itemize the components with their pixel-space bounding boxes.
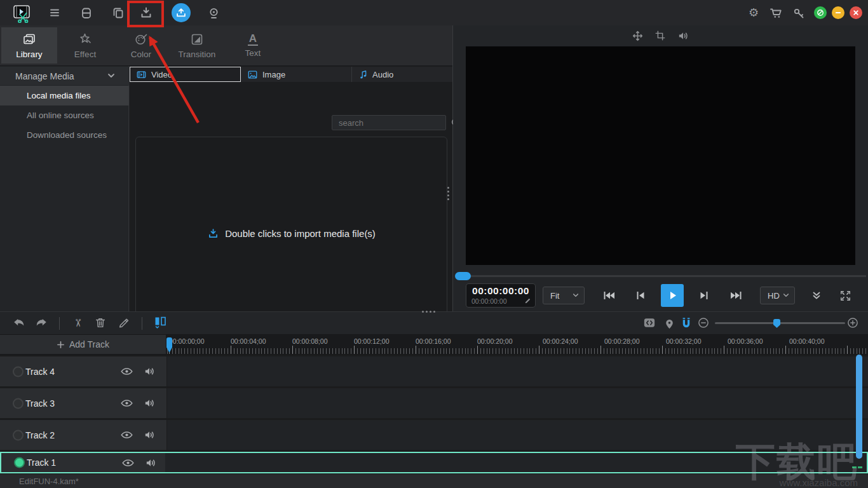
track-name: Track 2 — [25, 430, 55, 440]
next-frame-button[interactable] — [693, 284, 715, 307]
ruler-label: 00:00:04;00 — [231, 337, 266, 345]
horizontal-splitter-handle[interactable] — [422, 311, 435, 313]
chevron-down-icon — [573, 293, 579, 298]
track-lane[interactable] — [167, 388, 868, 418]
track-row-selected: Track 1 — [0, 452, 868, 473]
track-radio[interactable] — [13, 366, 24, 377]
quality-select[interactable]: HD — [760, 287, 795, 304]
redo-icon[interactable] — [34, 315, 49, 330]
sidebar-item-downloaded-sources[interactable]: Downloaded sources — [0, 125, 129, 145]
tab-library[interactable]: Library — [1, 27, 57, 64]
play-button[interactable] — [661, 284, 684, 307]
speaker-icon[interactable] — [677, 29, 689, 42]
library-panel: Library Effect Color Transition A Text M… — [0, 25, 453, 311]
settings-gear-icon[interactable]: ⚙ — [744, 3, 763, 22]
crop-icon[interactable] — [654, 29, 667, 42]
timecode-box[interactable]: 00:00:00:00 00:00:00:00 — [466, 283, 536, 308]
add-track-button[interactable]: Add Track — [0, 335, 166, 355]
eye-icon[interactable] — [119, 428, 133, 442]
timeline-area: Add Track 00:00:00;00 00:00:04;00 00:00:… — [0, 335, 868, 473]
undo-icon[interactable] — [11, 315, 27, 330]
tab-effect[interactable]: Effect — [57, 27, 113, 64]
search-input[interactable] — [332, 118, 451, 128]
track-lane[interactable] — [167, 356, 868, 386]
speaker-icon[interactable] — [142, 365, 156, 379]
export-button[interactable] — [172, 3, 191, 22]
eye-icon[interactable] — [121, 456, 135, 470]
vertical-splitter-handle[interactable] — [447, 187, 449, 200]
collapse-double-chevron-icon[interactable] — [809, 288, 824, 303]
tab-label: Library — [16, 50, 42, 59]
edit-pencil-icon[interactable] — [116, 315, 132, 330]
key-icon[interactable] — [789, 3, 808, 22]
fit-select[interactable]: Fit — [543, 287, 585, 304]
manage-media-dropdown[interactable]: Manage Media — [0, 67, 129, 85]
speaker-icon[interactable] — [144, 456, 158, 470]
zoom-slider-handle[interactable] — [773, 319, 780, 328]
track-lane[interactable] — [167, 420, 868, 450]
media-tab-image[interactable]: Image — [241, 67, 352, 82]
preview-seek-handle[interactable] — [455, 272, 471, 280]
track-header[interactable]: Track 3 — [0, 388, 166, 418]
code-brackets-icon[interactable] — [642, 315, 657, 330]
shopping-cart-icon[interactable] — [766, 3, 785, 22]
ruler-label: 00:00:00;00 — [169, 337, 204, 345]
preview-seek-bar[interactable] — [456, 275, 866, 277]
eye-icon[interactable] — [119, 365, 133, 379]
skip-start-button[interactable] — [597, 284, 620, 307]
text-a-icon: A — [248, 33, 258, 46]
track-lane[interactable] — [165, 453, 867, 472]
snap-magnet-icon[interactable] — [679, 315, 694, 331]
media-tab-label: Image — [262, 70, 285, 79]
chevron-down-icon — [783, 293, 789, 298]
insert-track-icon[interactable] — [153, 315, 168, 331]
ruler-label: 00:00:28;00 — [604, 337, 639, 345]
track-radio[interactable] — [14, 458, 25, 468]
eye-icon[interactable] — [119, 396, 133, 410]
menu-icon[interactable] — [45, 3, 64, 22]
close-button[interactable] — [850, 6, 862, 19]
timeline-ruler[interactable]: 00:00:00;00 00:00:04;00 00:00:08;00 00:0… — [166, 335, 868, 355]
speaker-icon[interactable] — [142, 428, 156, 442]
media-tab-audio[interactable]: Audio — [352, 67, 452, 82]
fullscreen-icon[interactable] — [837, 288, 853, 303]
import-message: Double clicks to import media file(s) — [225, 228, 376, 239]
track-radio[interactable] — [13, 430, 24, 440]
previous-frame-button[interactable] — [629, 284, 652, 307]
tab-text[interactable]: A Text — [225, 27, 281, 64]
ruler-label: 00:00:32;00 — [666, 337, 701, 345]
track-header[interactable]: Track 2 — [0, 420, 166, 450]
ruler-label: 00:00:20;00 — [477, 337, 512, 345]
track-header[interactable]: Track 4 — [0, 356, 166, 386]
move-icon[interactable] — [631, 29, 644, 42]
timeline-toolbar: ✂ — [0, 311, 868, 335]
project-filename: EditFUN-4.kam* — [19, 477, 79, 486]
maximize-button[interactable] — [814, 6, 827, 19]
delete-trash-icon[interactable] — [93, 315, 108, 330]
minimize-button[interactable] — [832, 6, 844, 19]
webcam-icon[interactable] — [204, 3, 223, 22]
speaker-icon[interactable] — [142, 396, 156, 410]
ruler-label: 00:00:40;00 — [789, 337, 824, 345]
chevron-down-icon — [107, 73, 115, 79]
cut-scissors-icon[interactable]: ✂ — [71, 315, 86, 330]
save-as-icon[interactable] — [108, 3, 127, 22]
sidebar-item-local-media[interactable]: Local media files — [0, 86, 129, 105]
track-header[interactable]: Track 1 — [1, 453, 168, 472]
resize-grip-mark — [852, 466, 857, 468]
import-drop-area[interactable]: Double clicks to import media file(s) — [135, 137, 447, 330]
zoom-out-minus-icon[interactable] — [696, 316, 710, 330]
skip-end-button[interactable] — [725, 284, 748, 307]
marker-pin-icon[interactable] — [661, 315, 677, 331]
sidebar-item-online-sources[interactable]: All online sources — [0, 105, 129, 125]
save-icon[interactable] — [76, 3, 95, 22]
track-radio[interactable] — [13, 398, 24, 409]
ruler-label: 00:00:36;00 — [728, 337, 763, 345]
video-editor-window: ⚙ Library Effect — [0, 0, 868, 488]
zoom-in-plus-icon[interactable] — [846, 316, 860, 330]
panel-tab-bar: Library Effect Color Transition A Text — [0, 25, 452, 66]
timeline-vertical-scrollbar[interactable] — [856, 355, 862, 459]
timecode-main: 00:00:00:00 — [466, 285, 535, 297]
import-blue-icon — [207, 227, 219, 240]
edit-timecode-pencil-icon[interactable] — [524, 297, 531, 304]
